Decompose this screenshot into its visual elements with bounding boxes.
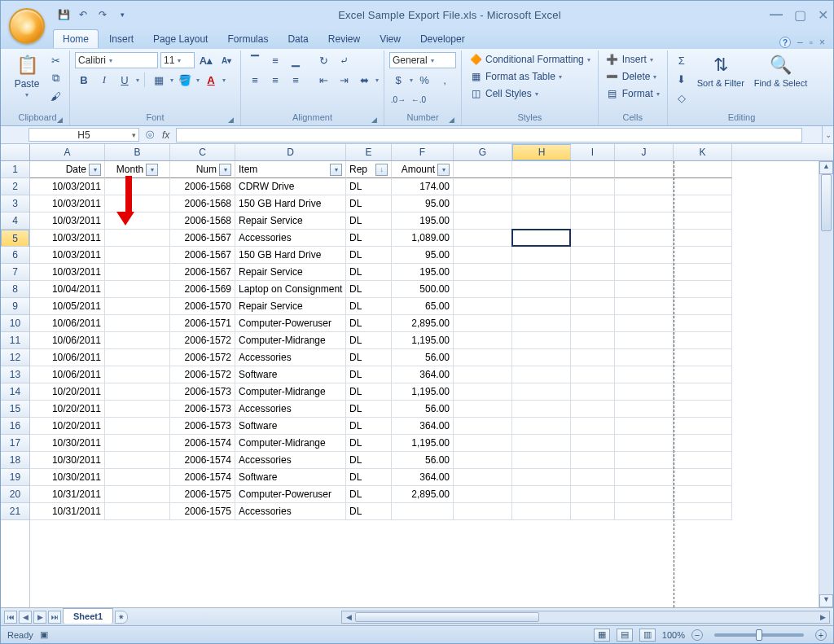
cell-E11[interactable]: DL — [346, 332, 392, 349]
copy-icon[interactable]: ⧉ — [46, 70, 64, 86]
cell-E16[interactable]: DL — [346, 418, 392, 435]
cell-B10[interactable] — [105, 315, 170, 332]
cell-G3[interactable] — [454, 195, 512, 212]
cell-E20[interactable]: DL — [346, 486, 392, 503]
cell-J8[interactable] — [615, 281, 674, 298]
cell-D5[interactable]: Accessories — [235, 230, 346, 247]
col-header-I[interactable]: I — [571, 144, 615, 160]
cell-J16[interactable] — [615, 418, 674, 435]
grow-font-icon[interactable]: A▴ — [197, 52, 215, 68]
row-header-9[interactable]: 9 — [1, 298, 29, 315]
cell-D17[interactable]: Computer-Midrange — [235, 435, 346, 452]
filter-button-A[interactable]: ▾ — [89, 164, 101, 176]
cell-D12[interactable]: Accessories — [235, 349, 346, 366]
cell-H1[interactable] — [512, 161, 571, 178]
cell-F19[interactable]: 364.00 — [392, 469, 454, 486]
cell-A10[interactable]: 10/06/2011 — [30, 315, 105, 332]
cell-F3[interactable]: 95.00 — [392, 195, 454, 212]
cell-G2[interactable] — [454, 178, 512, 195]
col-header-H[interactable]: H — [512, 144, 571, 160]
tab-review[interactable]: Review — [319, 30, 369, 48]
cell-A4[interactable]: 10/03/2011 — [30, 212, 105, 230]
vertical-scrollbar[interactable]: ▲ ▼ — [819, 161, 833, 607]
redo-icon[interactable]: ↷ — [95, 7, 110, 22]
scroll-down-icon[interactable]: ▼ — [819, 594, 833, 607]
cell-F21[interactable] — [392, 503, 454, 520]
fx-cancel-icon[interactable]: ⦾ — [144, 127, 156, 143]
save-icon[interactable]: 💾 — [56, 7, 71, 22]
conditional-formatting-button[interactable]: 🔶Conditional Formatting▾ — [467, 52, 593, 67]
cell-H6[interactable] — [512, 247, 571, 264]
tab-data[interactable]: Data — [279, 30, 317, 48]
cell-E2[interactable]: DL — [346, 178, 392, 195]
row-header-5[interactable]: 5 — [1, 230, 29, 247]
row-header-21[interactable]: 21 — [1, 503, 29, 520]
cell-C14[interactable]: 2006-1573 — [170, 383, 235, 401]
orientation-icon[interactable]: ↻ — [314, 52, 332, 68]
cell-A16[interactable]: 10/20/2011 — [30, 418, 105, 435]
cell-C15[interactable]: 2006-1573 — [170, 401, 235, 418]
cell-D1[interactable]: Item▾ — [235, 161, 346, 178]
cell-B2[interactable] — [105, 178, 170, 195]
row-headers[interactable]: 123456789101112131415161718192021 — [1, 161, 30, 607]
row-header-13[interactable]: 13 — [1, 366, 29, 383]
cell-H7[interactable] — [512, 264, 571, 281]
cell-E7[interactable]: DL — [346, 264, 392, 281]
first-sheet-icon[interactable]: ⏮ — [4, 611, 17, 624]
col-header-F[interactable]: F — [392, 144, 454, 160]
wrap-text-icon[interactable]: ⤶ — [335, 52, 353, 68]
cell-A13[interactable]: 10/06/2011 — [30, 366, 105, 383]
cell-K13[interactable] — [674, 366, 732, 383]
cell-F9[interactable]: 65.00 — [392, 298, 454, 315]
workbook-minimize-button[interactable]: – — [797, 37, 803, 48]
cell-H19[interactable] — [512, 469, 571, 486]
cell-K2[interactable] — [674, 178, 732, 195]
col-header-K[interactable]: K — [674, 144, 732, 160]
pagebreak-view-icon[interactable]: ▥ — [639, 629, 656, 642]
scroll-left-icon[interactable]: ◀ — [342, 613, 355, 621]
row-header-17[interactable]: 17 — [1, 435, 29, 452]
cell-I19[interactable] — [571, 469, 615, 486]
cell-G9[interactable] — [454, 298, 512, 315]
cell-J13[interactable] — [615, 366, 674, 383]
cell-F14[interactable]: 1,195.00 — [392, 383, 454, 401]
cell-G6[interactable] — [454, 247, 512, 264]
format-cells-button[interactable]: ▤Format▾ — [604, 86, 662, 101]
zoom-level[interactable]: 100% — [662, 630, 685, 640]
column-headers[interactable]: ABCDEFGHIJK — [30, 144, 833, 161]
sheet-tab-sheet1[interactable]: Sheet1 — [63, 608, 113, 624]
cell-C10[interactable]: 2006-1571 — [170, 315, 235, 332]
close-button[interactable]: ✕ — [818, 7, 828, 23]
cell-A2[interactable]: 10/03/2011 — [30, 178, 105, 195]
cell-E5[interactable]: DL — [346, 230, 392, 247]
cell-G16[interactable] — [454, 418, 512, 435]
cell-I1[interactable] — [571, 161, 615, 178]
cell-J9[interactable] — [615, 298, 674, 315]
cell-D4[interactable]: Repair Service — [235, 212, 346, 230]
select-all-corner[interactable] — [1, 144, 30, 161]
col-header-B[interactable]: B — [105, 144, 170, 160]
undo-icon[interactable]: ↶ — [76, 7, 90, 22]
cell-I10[interactable] — [571, 315, 615, 332]
cell-I16[interactable] — [571, 418, 615, 435]
tab-insert[interactable]: Insert — [100, 30, 143, 48]
cut-icon[interactable]: ✂ — [46, 52, 64, 68]
cell-B17[interactable] — [105, 435, 170, 452]
cell-C7[interactable]: 2006-1567 — [170, 264, 235, 281]
cell-J1[interactable] — [615, 161, 674, 178]
zoom-in-icon[interactable]: + — [815, 629, 827, 641]
cell-H13[interactable] — [512, 366, 571, 383]
cell-H8[interactable] — [512, 281, 571, 298]
merge-center-icon[interactable]: ⬌ — [355, 72, 373, 88]
cell-E8[interactable]: DL — [346, 281, 392, 298]
cell-E19[interactable]: DL — [346, 469, 392, 486]
cell-D14[interactable]: Computer-Midrange — [235, 383, 346, 401]
comma-icon[interactable]: , — [436, 72, 454, 88]
cell-B18[interactable] — [105, 452, 170, 469]
maximize-button[interactable]: ▢ — [794, 7, 806, 23]
cell-I5[interactable] — [571, 230, 615, 247]
align-right-icon[interactable]: ≡ — [287, 72, 305, 88]
normal-view-icon[interactable]: ▦ — [594, 629, 610, 642]
cell-I13[interactable] — [571, 366, 615, 383]
alignment-launcher-icon[interactable]: ◢ — [369, 116, 379, 125]
